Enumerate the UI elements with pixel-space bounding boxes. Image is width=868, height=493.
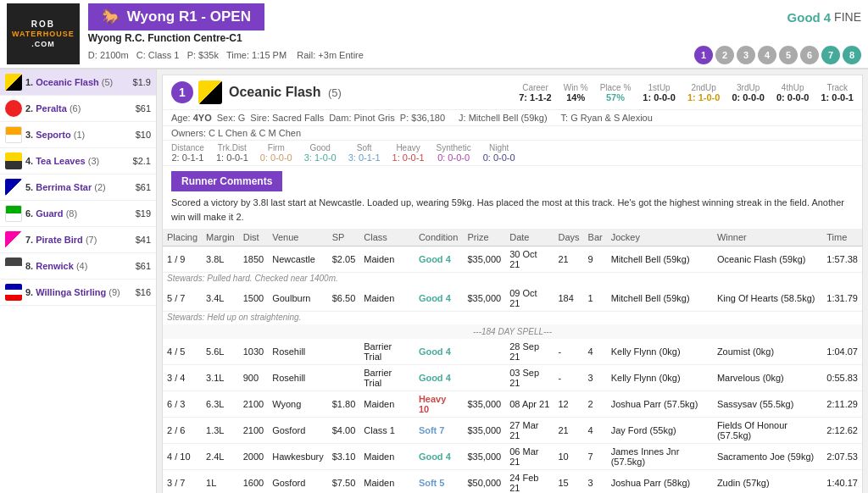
dist-stat: Distance 2: 0-1-1: [171, 143, 204, 163]
stat-2ndup: 2ndUp 1: 1-0-0: [687, 83, 721, 102]
race-circle-6[interactable]: 6: [800, 46, 819, 64]
stat-career: Career 7: 1-1-2: [519, 83, 552, 102]
stat-track: Track 1: 0-0-1: [821, 83, 854, 102]
stat-4thup-val: 0: 0-0-0: [776, 92, 810, 102]
col-placing: Placing: [163, 229, 202, 246]
soft-val: 3: 0-1-1: [348, 152, 381, 163]
sidebar-item-6[interactable]: 6. Guard (8) $19: [0, 201, 156, 227]
runner-num-2: 2.: [25, 103, 33, 114]
sidebar-item-2[interactable]: 2. Peralta (6) $61: [0, 96, 156, 122]
sidebar-item-7[interactable]: 7. Pirate Bird (7) $41: [0, 227, 156, 253]
race-circle-5[interactable]: 5: [779, 46, 798, 64]
spell-row: ---184 DAY SPELL---: [163, 324, 862, 339]
runner1-owners: Owners: C L Chen & C M Chen: [163, 126, 862, 141]
runner-odds-2: $61: [124, 103, 151, 114]
silk-8: [5, 258, 22, 274]
stat-2ndup-label: 2ndUp: [691, 83, 715, 92]
runner-odds-3: $10: [124, 130, 151, 140]
sidebar-item-3[interactable]: 3. Seporto (1) $10: [0, 122, 156, 148]
runner-num-7: 7.: [25, 235, 33, 245]
race-circle-3[interactable]: 3: [737, 46, 755, 64]
heavy-stat: Heavy 1: 0-0-1: [392, 143, 425, 163]
trkdist-stat: Trk.Dist 1: 0-0-1: [216, 143, 248, 163]
logo-line2: WATERHOUSE: [12, 30, 75, 40]
main-content: 1. Oceanic Flash (5) $1.9 2. Peralta (6)…: [0, 69, 868, 493]
rail-note: Rail: +3m Entire: [297, 50, 364, 60]
stat-career-val: 7: 1-1-2: [519, 92, 552, 102]
table-row: 6 / 36.3L2100Wyong$1.80MaidenHeavy 10$35…: [163, 391, 862, 418]
silk-4: [5, 152, 22, 169]
sidebar-item-4[interactable]: 4. Tea Leaves (3) $2.1: [0, 148, 156, 174]
night-stat: Night 0: 0-0-0: [483, 143, 515, 163]
runner-odds-5: $61: [124, 182, 151, 192]
race-circle-7[interactable]: 7: [821, 46, 840, 64]
runner-name-7: Pirate Bird (7): [36, 235, 124, 245]
trkdist-val: 1: 0-0-1: [216, 152, 248, 163]
race-circles: 1 2 3 4 5 6 7 8: [694, 46, 861, 64]
race-circle-8[interactable]: 8: [843, 46, 861, 64]
condition-word: 4: [824, 10, 831, 25]
col-margin: Margin: [202, 229, 239, 246]
runner1-trainer-label: T: G Ryan & S Alexiou: [561, 113, 653, 123]
col-dist: Dist: [239, 229, 268, 246]
runner-odds-9: $16: [124, 287, 151, 297]
col-sp: SP: [328, 229, 360, 246]
runner-odds-1: $1.9: [124, 77, 151, 87]
synthetic-val: 0: 0-0-0: [437, 152, 470, 163]
sidebar-item-1[interactable]: 1. Oceanic Flash (5) $1.9: [0, 69, 156, 96]
race-circle-1[interactable]: 1: [694, 46, 713, 64]
runner1-stats: Career 7: 1-1-2 Win % 14% Place % 57% 1s…: [519, 83, 854, 102]
runner-card-1: 1 Oceanic Flash (5) Career 7: 1-1-2 Win …: [162, 75, 863, 493]
runner-num-4: 4.: [25, 156, 33, 166]
runner1-sex: Sex: G: [217, 113, 246, 123]
dist-val: 2: 0-1-1: [171, 152, 203, 163]
race-details: D: 2100m C: Class 1 P: $35k Time: 1:15 P…: [88, 50, 364, 60]
heavy-label: Heavy: [396, 143, 420, 152]
logo-line1: ROB: [31, 19, 55, 30]
sidebar-item-9[interactable]: 9. Willinga Stirling (9) $16: [0, 280, 156, 306]
stat-1stup: 1stUp 1: 0-0-0: [643, 83, 676, 102]
stat-3rdup: 3rdUp 0: 0-0-0: [732, 83, 765, 102]
runner-num-3: 3.: [25, 130, 33, 140]
stat-3rdup-val: 0: 0-0-0: [732, 92, 765, 102]
table-row: 5 / 73.4L1500Goulburn$6.50MaidenGood 4$3…: [163, 285, 862, 312]
runner-name-1: Oceanic Flash (5): [36, 77, 124, 87]
comments-text: Scored a victory by 3.8l last start at N…: [171, 196, 854, 224]
good-label: Good: [309, 143, 330, 152]
condition-num: Good: [787, 10, 821, 25]
top-header: ROB WATERHOUSE .COM 🐎 Wyong R1 - OPEN Go…: [0, 0, 868, 69]
firm-label: Firm: [268, 143, 285, 152]
sidebar-item-5[interactable]: 5. Berrima Star (2) $61: [0, 174, 156, 201]
silk-7: [5, 231, 22, 248]
stat-career-label: Career: [522, 83, 548, 92]
stat-win-label: Win %: [564, 83, 588, 92]
runner1-jockey-label: J: Mitchell Bell (59kg): [459, 113, 548, 123]
form-table-header: Placing Margin Dist Venue SP Class Condi…: [163, 229, 862, 246]
stewards-row: Stewards: Held up on straightening.: [163, 312, 862, 325]
silk-5: [5, 179, 22, 196]
firm-val: 0: 0-0-0: [260, 152, 292, 163]
race-circle-2[interactable]: 2: [715, 46, 734, 64]
col-winner: Winner: [713, 229, 822, 246]
col-bar: Bar: [584, 229, 607, 246]
table-row: 1 / 93.8L1850Newcastle$2.05MaidenGood 4$…: [163, 246, 862, 273]
detail-d: D: 2100m: [88, 50, 129, 60]
runner-name-6: Guard (8): [36, 208, 124, 219]
condition-suffix: FINE: [834, 10, 861, 24]
runner1-prize: P: $36,180: [400, 113, 445, 123]
runner-num-6: 6.: [25, 208, 33, 219]
race-circle-4[interactable]: 4: [758, 46, 776, 64]
runner-name-8: Renwick (4): [36, 261, 124, 271]
horse-icon: 🐎: [102, 8, 120, 26]
detail-c: C: Class 1: [136, 50, 180, 60]
runner-name-2: Peralta (6): [36, 103, 124, 114]
silk-9: [5, 284, 22, 301]
runner-odds-6: $19: [124, 208, 151, 219]
stat-track-val: 1: 0-0-1: [821, 92, 854, 102]
runner-comments-button[interactable]: Runner Comments: [171, 171, 282, 191]
stewards-row: Stewards: Pulled hard. Checked near 1400…: [163, 273, 862, 286]
sidebar-item-8[interactable]: 8. Renwick (4) $61: [0, 253, 156, 280]
firm-stat: Firm 0: 0-0-0: [260, 143, 292, 163]
good-val: 3: 1-0-0: [304, 152, 337, 163]
stat-win-val: 14%: [566, 92, 585, 102]
